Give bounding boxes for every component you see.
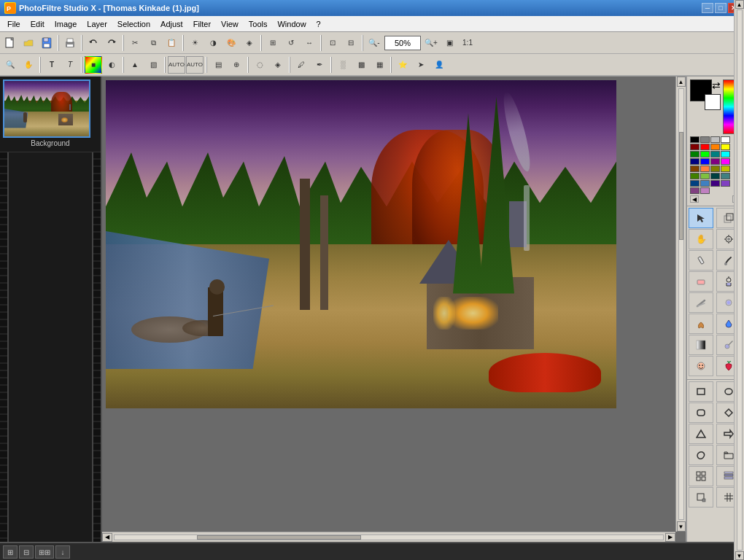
right-scroll-down[interactable]: ▼ (735, 551, 744, 560)
tb-sharpen[interactable]: ◈ (241, 34, 258, 52)
v-scroll-track[interactable] (678, 88, 684, 520)
palette-color[interactable] (700, 173, 710, 179)
menu-edit[interactable]: Edit (26, 18, 49, 30)
tb-rotate[interactable]: ↺ (282, 34, 300, 52)
fs-btn4[interactable]: ↓ (55, 545, 70, 559)
menu-layer[interactable]: Layer (82, 18, 112, 30)
palette-color[interactable] (721, 151, 730, 158)
tb2-textcurved[interactable]: T (61, 56, 79, 74)
tb2-pattern3[interactable]: ▦ (371, 56, 388, 74)
tool-grid[interactable] (689, 466, 713, 486)
menu-filter[interactable]: Filter (189, 18, 215, 30)
color-spectrum[interactable] (723, 79, 735, 134)
right-scroll-track[interactable] (737, 9, 743, 551)
tb2-pattern1[interactable]: ░ (334, 56, 352, 74)
palette-color[interactable] (710, 166, 720, 172)
tb2-fill[interactable]: ▧ (144, 56, 162, 74)
background-color[interactable] (705, 94, 721, 110)
tool-transform[interactable] (689, 487, 713, 508)
tb2-hand[interactable]: ✋ (20, 56, 37, 74)
palette-color[interactable] (721, 158, 730, 165)
tb-brightness[interactable]: ☀ (186, 34, 204, 52)
palette-color[interactable] (700, 187, 710, 194)
tool-lasso-shape[interactable] (689, 445, 713, 465)
tb2-pen[interactable]: 🖊 (292, 56, 310, 74)
tb2-auto2[interactable]: AUTO (186, 56, 204, 74)
palette-color[interactable] (690, 136, 700, 143)
tool-burn[interactable] (689, 314, 713, 334)
scroll-left-btn[interactable]: ◀ (102, 533, 112, 542)
menu-window[interactable]: Window (273, 18, 310, 30)
tool-face[interactable] (689, 356, 713, 376)
palette-color[interactable] (721, 180, 730, 187)
menu-help[interactable]: ? (312, 18, 325, 30)
zoom-out-btn[interactable]: 🔍- (365, 34, 383, 52)
palette-color[interactable] (700, 144, 710, 150)
palette-color[interactable] (700, 180, 710, 187)
h-scroll-track[interactable] (114, 534, 664, 540)
menu-view[interactable]: View (217, 18, 243, 30)
palette-color[interactable] (710, 180, 720, 187)
palette-color[interactable] (690, 158, 700, 165)
tb-color[interactable]: 🎨 (222, 34, 240, 52)
palette-color[interactable] (690, 166, 700, 172)
v-scroll-thumb[interactable] (679, 132, 683, 240)
layer-background[interactable]: Background (0, 77, 101, 152)
tb2-star[interactable]: ⭐ (394, 56, 411, 74)
tb-fit[interactable]: ▣ (441, 34, 458, 52)
palette-color[interactable] (721, 136, 730, 143)
tb2-blend[interactable]: ◈ (269, 56, 287, 74)
tb-actualsize[interactable]: 1:1 (459, 34, 476, 52)
tb-save[interactable] (38, 34, 55, 52)
right-panel-scrollbar[interactable]: ▲ ▼ (734, 0, 744, 560)
tb-redo[interactable] (103, 34, 120, 52)
tb-resize[interactable]: ⊞ (264, 34, 282, 52)
tb2-mountain[interactable]: ▲ (126, 56, 144, 74)
zoom-input[interactable]: 50% (384, 36, 421, 50)
tool-smudge[interactable] (689, 292, 713, 313)
palette-color[interactable] (700, 158, 710, 165)
tool-select[interactable] (689, 208, 713, 228)
tb-deselect[interactable]: ⊟ (342, 34, 360, 52)
palette-color[interactable] (690, 144, 700, 150)
fs-btn1[interactable]: ⊞ (3, 545, 18, 559)
palette-color[interactable] (721, 166, 730, 172)
tb2-color1[interactable]: ■ (85, 56, 102, 74)
tb-undo[interactable] (85, 34, 102, 52)
scroll-right-btn[interactable]: ▶ (665, 533, 675, 542)
tb2-zoom[interactable]: 🔍 (1, 56, 19, 74)
palette-color[interactable] (700, 151, 710, 158)
tool-pencil[interactable] (689, 250, 713, 271)
fs-btn3[interactable]: ⊞⊞ (35, 545, 54, 559)
tb-selectall[interactable]: ⊡ (324, 34, 341, 52)
tool-roundrect-shape[interactable] (689, 402, 713, 423)
menu-file[interactable]: File (3, 18, 25, 30)
h-scroll-thumb[interactable] (197, 535, 362, 540)
tool-eraser[interactable] (689, 271, 713, 292)
menu-selection[interactable]: Selection (113, 18, 155, 30)
palette-color[interactable] (690, 173, 700, 179)
palette-color[interactable] (690, 187, 700, 194)
palette-color[interactable] (721, 173, 730, 179)
main-canvas[interactable] (106, 80, 616, 408)
zoom-in-btn[interactable]: 🔍+ (422, 34, 440, 52)
swap-colors-btn[interactable]: ⇄ (712, 79, 721, 91)
tb2-pattern2[interactable]: ▩ (352, 56, 370, 74)
tb2-person[interactable]: 👤 (430, 56, 448, 74)
tb2-auto1[interactable]: AUTO (168, 56, 185, 74)
menu-tools[interactable]: Tools (244, 18, 272, 30)
scroll-up-btn[interactable]: ▲ (677, 77, 686, 87)
tool-triangle-shape[interactable] (689, 424, 713, 444)
palette-color[interactable] (710, 136, 720, 143)
tool-gradient[interactable] (689, 335, 713, 355)
h-scrollbar[interactable]: ◀ ▶ (102, 532, 675, 542)
palette-color[interactable] (710, 144, 720, 150)
tb-paste[interactable]: 📋 (163, 34, 180, 52)
tool-rect-shape[interactable] (689, 381, 713, 402)
tb-flip[interactable]: ↔ (301, 34, 318, 52)
right-scroll-up[interactable]: ▲ (735, 0, 744, 9)
scroll-down-btn[interactable]: ▼ (677, 521, 686, 532)
palette-color[interactable] (700, 166, 710, 172)
tb-open[interactable] (20, 34, 37, 52)
tb2-layer[interactable]: ▤ (209, 56, 227, 74)
